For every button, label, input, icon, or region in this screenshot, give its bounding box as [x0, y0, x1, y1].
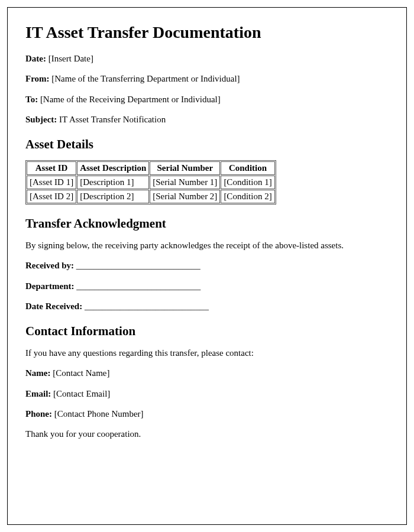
from-value: [Name of the Transferring Department or …: [50, 74, 240, 83]
cell-condition: [Condition 1]: [221, 176, 274, 189]
contact-email-label: Email:: [25, 389, 51, 398]
to-line: To: [Name of the Receiving Department or…: [25, 93, 389, 105]
date-label: Date:: [25, 54, 46, 63]
cell-asset-description: [Description 1]: [77, 176, 149, 189]
contact-intro: If you have any questions regarding this…: [25, 347, 389, 359]
subject-value: IT Asset Transfer Notification: [57, 115, 166, 124]
department-blank: ____________________________: [74, 281, 200, 291]
ack-heading: Transfer Acknowledgment: [25, 216, 389, 231]
asset-table: Asset ID Asset Description Serial Number…: [25, 160, 276, 205]
contact-phone-label: Phone:: [25, 409, 52, 419]
col-condition: Condition: [221, 161, 274, 175]
cell-condition: [Condition 2]: [221, 190, 274, 203]
received-by-line: Received by: ___________________________…: [25, 259, 389, 271]
department-label: Department:: [25, 281, 74, 291]
department-line: Department: ____________________________: [25, 280, 389, 292]
date-line: Date: [Insert Date]: [25, 53, 389, 64]
contact-heading: Contact Information: [25, 324, 389, 339]
date-received-blank: ____________________________: [82, 301, 209, 311]
col-serial-number: Serial Number: [150, 161, 220, 175]
from-label: From:: [25, 74, 50, 83]
asset-details-heading: Asset Details: [25, 137, 389, 152]
subject-line: Subject: IT Asset Transfer Notification: [25, 113, 389, 125]
contact-email-line: Email: [Contact Email]: [25, 388, 389, 400]
col-asset-description: Asset Description: [77, 161, 149, 175]
ack-intro: By signing below, the receiving party ac…: [25, 239, 389, 251]
table-row: [Asset ID 2] [Description 2] [Serial Num…: [27, 190, 275, 203]
contact-name-label: Name:: [25, 368, 50, 378]
cell-asset-id: [Asset ID 1]: [27, 176, 76, 189]
contact-email-value: [Contact Email]: [51, 389, 110, 398]
contact-phone-line: Phone: [Contact Phone Number]: [25, 408, 389, 420]
date-received-line: Date Received: _________________________…: [25, 300, 389, 312]
cell-asset-description: [Description 2]: [77, 190, 149, 203]
closing-line: Thank you for your cooperation.: [25, 428, 389, 440]
table-row: [Asset ID 1] [Description 1] [Serial Num…: [27, 176, 275, 189]
to-value: [Name of the Receiving Department or Ind…: [38, 95, 221, 104]
cell-serial-number: [Serial Number 1]: [150, 176, 220, 189]
contact-name-line: Name: [Contact Name]: [25, 367, 389, 379]
to-label: To:: [25, 95, 38, 104]
document-frame: IT Asset Transfer Documentation Date: [I…: [7, 7, 407, 525]
received-by-blank: ____________________________: [74, 261, 200, 270]
contact-name-value: [Contact Name]: [50, 368, 109, 378]
cell-asset-id: [Asset ID 2]: [27, 190, 76, 203]
from-line: From: [Name of the Transferring Departme…: [25, 73, 389, 85]
table-header-row: Asset ID Asset Description Serial Number…: [27, 161, 275, 175]
page-title: IT Asset Transfer Documentation: [25, 23, 389, 42]
contact-phone-value: [Contact Phone Number]: [52, 409, 144, 419]
subject-label: Subject:: [25, 115, 57, 124]
date-received-label: Date Received:: [25, 301, 82, 311]
received-by-label: Received by:: [25, 261, 74, 270]
cell-serial-number: [Serial Number 2]: [150, 190, 220, 203]
col-asset-id: Asset ID: [27, 161, 76, 175]
date-value: [Insert Date]: [46, 54, 93, 63]
